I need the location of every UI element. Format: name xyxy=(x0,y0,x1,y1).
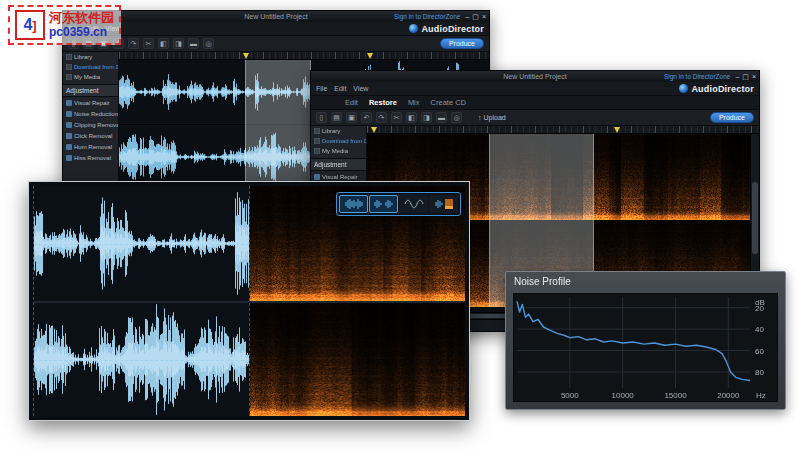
maximize-button[interactable]: ▢ xyxy=(742,73,749,81)
copy-icon[interactable]: ◧ xyxy=(406,112,417,123)
sidebar-item-label: Clipping Removal xyxy=(74,122,118,128)
sidebar-item-library[interactable]: Library xyxy=(311,126,366,136)
timeline-marker[interactable] xyxy=(243,53,249,59)
titlebar[interactable]: New Untitled Project Sign in to Director… xyxy=(63,11,489,22)
zoomed-audio-view xyxy=(28,181,470,421)
sidebar-item-label: Download from DirectorZone xyxy=(322,138,366,144)
paste-icon[interactable]: ◨ xyxy=(173,38,184,49)
time-selection[interactable] xyxy=(245,60,312,189)
redo-icon[interactable]: ↷ xyxy=(128,38,139,49)
sidebar-item-label: Click Removal xyxy=(74,133,112,139)
visual-repair-icon xyxy=(314,174,320,180)
sidebar-item-label: Hum Removal xyxy=(74,144,112,150)
sidebar-item-directorzone[interactable]: Download from DirectorZone xyxy=(311,136,366,146)
close-button[interactable]: × xyxy=(752,73,756,81)
room-tabs: Edit Restore Mix Create CD xyxy=(311,96,759,110)
spectral-view-icon xyxy=(404,198,424,210)
sidebar-item-hiss-removal[interactable]: Hiss Removal xyxy=(63,152,118,163)
menu-view[interactable]: View xyxy=(353,85,368,92)
titlebar[interactable]: New Untitled Project Sign in to Director… xyxy=(311,71,759,82)
tab-restore[interactable]: Restore xyxy=(369,98,397,107)
maximize-button[interactable]: ▢ xyxy=(472,13,479,21)
settings-icon[interactable]: ◎ xyxy=(451,112,462,123)
noise-profile-graph: dB204060805000100001500020000Hz xyxy=(513,293,778,402)
undo-icon[interactable]: ↶ xyxy=(361,112,372,123)
paste-icon[interactable]: ◨ xyxy=(421,112,432,123)
menu-file[interactable]: File xyxy=(316,85,327,92)
tab-mix[interactable]: Mix xyxy=(408,98,420,107)
sidebar-item-visual-repair[interactable]: Visual Repair xyxy=(63,97,118,108)
svg-text:20000: 20000 xyxy=(717,391,740,400)
signin-link[interactable]: Sign in to DirectorZone xyxy=(394,13,465,20)
timeline-marker[interactable] xyxy=(367,53,373,59)
sidebar-item-hum-removal[interactable]: Hum Removal xyxy=(63,141,118,152)
sidebar-item-my-media[interactable]: My Media xyxy=(311,146,366,156)
sidebar-item-noise-reduction[interactable]: Noise Reduction xyxy=(63,108,118,119)
visual-repair-icon xyxy=(66,100,72,106)
clipping-removal-icon xyxy=(66,122,72,128)
library-icon xyxy=(66,54,72,60)
sidebar-item-click-removal[interactable]: Click Removal xyxy=(63,130,118,141)
signin-link[interactable]: Sign in to DirectorZone xyxy=(664,73,735,80)
svg-text:20: 20 xyxy=(755,304,764,313)
svg-text:40: 40 xyxy=(755,325,764,334)
redo-icon[interactable]: ↷ xyxy=(376,112,387,123)
waveform-half-right-channel[interactable] xyxy=(34,303,250,416)
tab-create-cd[interactable]: Create CD xyxy=(431,98,466,107)
mixed-view-button[interactable] xyxy=(429,195,458,213)
scrollbar-thumb[interactable] xyxy=(752,182,758,254)
copy-icon[interactable]: ◧ xyxy=(158,38,169,49)
sidebar-item-directorzone[interactable]: Download from DirectorZone xyxy=(63,62,118,72)
channel-row-right xyxy=(34,301,465,416)
spectrogram-half-right-channel[interactable] xyxy=(250,303,466,416)
delete-icon[interactable]: ▬ xyxy=(188,38,199,49)
settings-icon[interactable]: ◎ xyxy=(203,38,214,49)
window-controls: – ▢ × xyxy=(735,73,759,81)
noise-profile-chart: dB204060805000100001500020000Hz xyxy=(514,294,777,401)
sidebar-item-label: My Media xyxy=(74,74,100,80)
screenshot-canvas: New Untitled Project Sign in to Director… xyxy=(0,0,800,450)
brand-name: AudioDirector xyxy=(691,84,754,94)
dual-waveform-view-button[interactable] xyxy=(369,195,398,213)
svg-text:5000: 5000 xyxy=(561,391,579,400)
sidebar-item-label: Library xyxy=(322,128,340,134)
timeline-ruler[interactable] xyxy=(119,52,489,60)
timeline-ruler[interactable] xyxy=(367,126,759,134)
waveform-half-left-channel[interactable] xyxy=(34,186,250,301)
sidebar-item-clipping-removal[interactable]: Clipping Removal xyxy=(63,119,118,130)
sidebar-item-label: Library xyxy=(74,54,92,60)
waveform-view-button[interactable] xyxy=(339,195,368,213)
open-icon[interactable]: ▤ xyxy=(331,112,342,123)
minimize-button[interactable]: – xyxy=(735,73,739,81)
upload-icon: ↑ xyxy=(478,114,482,121)
produce-button[interactable]: Produce xyxy=(440,38,484,49)
site-watermark: 4] 河东软件园 pc0359.cn xyxy=(8,5,121,45)
timeline-marker[interactable] xyxy=(371,127,377,133)
sidebar-item-my-media[interactable]: My Media xyxy=(63,72,118,82)
sidebar-item-library[interactable]: Library xyxy=(63,52,118,62)
timeline-marker[interactable] xyxy=(614,127,620,133)
produce-button[interactable]: Produce xyxy=(710,112,754,123)
cut-icon[interactable]: ✂ xyxy=(143,38,154,49)
tab-edit[interactable]: Edit xyxy=(345,98,358,107)
svg-text:Hz: Hz xyxy=(756,391,766,400)
cut-icon[interactable]: ✂ xyxy=(391,112,402,123)
watermark-site-name: 河东软件园 xyxy=(49,10,114,25)
library-icon xyxy=(314,128,320,134)
minimize-button[interactable]: – xyxy=(465,13,469,21)
adjustment-header: Adjustment xyxy=(63,84,118,97)
upload-button[interactable]: ↑ Upload xyxy=(478,114,506,121)
brand-name: AudioDirector xyxy=(421,24,484,34)
save-icon[interactable]: ▣ xyxy=(346,112,357,123)
close-button[interactable]: × xyxy=(482,13,486,21)
spectral-view-button[interactable] xyxy=(399,195,428,213)
audiodirector-logo-icon xyxy=(409,24,418,33)
delete-icon[interactable]: ▬ xyxy=(436,112,447,123)
svg-text:10000: 10000 xyxy=(612,391,635,400)
svg-text:80: 80 xyxy=(755,368,764,377)
menu-edit[interactable]: Edit xyxy=(334,85,346,92)
new-icon[interactable]: ▯ xyxy=(316,112,327,123)
watermark-site-url: pc0359.cn xyxy=(49,25,114,39)
svg-text:60: 60 xyxy=(755,347,764,356)
hiss-removal-icon xyxy=(66,155,72,161)
